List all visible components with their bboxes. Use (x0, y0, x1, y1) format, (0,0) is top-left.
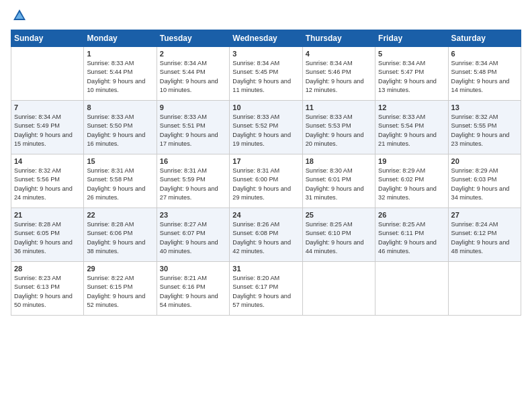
calendar-day-cell: 3 Sunrise: 8:34 AMSunset: 5:45 PMDayligh… (230, 47, 302, 101)
calendar-day-cell: 27 Sunrise: 8:24 AMSunset: 6:12 PMDaylig… (448, 208, 521, 262)
day-info: Sunrise: 8:34 AMSunset: 5:49 PMDaylight:… (14, 113, 81, 148)
calendar-day-cell: 25 Sunrise: 8:25 AMSunset: 6:10 PMDaylig… (302, 208, 375, 262)
day-number: 30 (160, 265, 226, 273)
day-info: Sunrise: 8:25 AMSunset: 6:10 PMDaylight:… (306, 220, 372, 256)
calendar-day-cell (448, 262, 521, 316)
day-info: Sunrise: 8:33 AMSunset: 5:50 PMDaylight:… (87, 113, 153, 148)
day-info: Sunrise: 8:20 AMSunset: 6:17 PMDaylight:… (232, 274, 299, 310)
calendar-table: SundayMondayTuesdayWednesdayThursdayFrid… (11, 30, 521, 316)
weekday-header: Wednesday (230, 30, 302, 47)
day-info: Sunrise: 8:21 AMSunset: 6:16 PMDaylight:… (160, 274, 226, 310)
calendar-day-cell: 22 Sunrise: 8:28 AMSunset: 6:06 PMDaylig… (84, 208, 157, 262)
day-number: 13 (451, 103, 518, 111)
calendar-day-cell: 24 Sunrise: 8:26 AMSunset: 6:08 PMDaylig… (230, 208, 302, 262)
calendar-day-cell (302, 262, 375, 316)
day-number: 27 (451, 211, 518, 219)
day-info: Sunrise: 8:24 AMSunset: 6:12 PMDaylight:… (451, 220, 518, 256)
calendar-day-cell: 14 Sunrise: 8:32 AMSunset: 5:56 PMDaylig… (11, 154, 84, 208)
calendar-day-cell: 30 Sunrise: 8:21 AMSunset: 6:16 PMDaylig… (157, 262, 229, 316)
calendar-day-cell: 8 Sunrise: 8:33 AMSunset: 5:50 PMDayligh… (84, 101, 157, 154)
day-number: 24 (232, 211, 299, 219)
weekday-header: Saturday (448, 30, 521, 47)
day-number: 23 (160, 211, 226, 219)
day-info: Sunrise: 8:27 AMSunset: 6:07 PMDaylight:… (160, 220, 226, 256)
day-info: Sunrise: 8:29 AMSunset: 6:03 PMDaylight:… (451, 167, 518, 202)
calendar-day-cell (375, 262, 448, 316)
day-info: Sunrise: 8:22 AMSunset: 6:15 PMDaylight:… (87, 274, 153, 310)
day-number: 31 (232, 265, 299, 273)
day-number: 8 (87, 103, 153, 111)
day-number: 5 (378, 50, 445, 58)
calendar-day-cell: 15 Sunrise: 8:31 AMSunset: 5:58 PMDaylig… (84, 154, 157, 208)
calendar-day-cell: 26 Sunrise: 8:25 AMSunset: 6:11 PMDaylig… (375, 208, 448, 262)
day-info: Sunrise: 8:30 AMSunset: 6:01 PMDaylight:… (306, 167, 372, 202)
day-info: Sunrise: 8:26 AMSunset: 6:08 PMDaylight:… (232, 220, 299, 256)
day-number: 12 (378, 103, 445, 111)
calendar-day-cell: 12 Sunrise: 8:33 AMSunset: 5:54 PMDaylig… (375, 101, 448, 154)
logo-icon (12, 8, 27, 23)
day-number: 6 (451, 50, 518, 58)
page-container: SundayMondayTuesdayWednesdayThursdayFrid… (0, 0, 532, 321)
day-number: 11 (306, 103, 372, 111)
calendar-day-cell: 31 Sunrise: 8:20 AMSunset: 6:17 PMDaylig… (230, 262, 302, 316)
calendar-day-cell: 16 Sunrise: 8:31 AMSunset: 5:59 PMDaylig… (157, 154, 229, 208)
day-info: Sunrise: 8:32 AMSunset: 5:55 PMDaylight:… (451, 113, 518, 148)
day-number: 21 (14, 211, 81, 219)
weekday-header: Monday (84, 30, 157, 47)
day-info: Sunrise: 8:33 AMSunset: 5:54 PMDaylight:… (378, 113, 445, 148)
day-info: Sunrise: 8:34 AMSunset: 5:44 PMDaylight:… (160, 59, 226, 95)
day-number: 28 (14, 265, 81, 273)
calendar-day-cell: 20 Sunrise: 8:29 AMSunset: 6:03 PMDaylig… (448, 154, 521, 208)
header (11, 11, 521, 23)
day-info: Sunrise: 8:23 AMSunset: 6:13 PMDaylight:… (14, 274, 81, 310)
calendar-day-cell: 19 Sunrise: 8:29 AMSunset: 6:02 PMDaylig… (375, 154, 448, 208)
calendar-week-row: 28 Sunrise: 8:23 AMSunset: 6:13 PMDaylig… (11, 262, 521, 316)
day-info: Sunrise: 8:34 AMSunset: 5:48 PMDaylight:… (451, 59, 518, 95)
day-info: Sunrise: 8:34 AMSunset: 5:46 PMDaylight:… (306, 59, 372, 95)
day-number: 17 (232, 157, 299, 165)
day-info: Sunrise: 8:33 AMSunset: 5:44 PMDaylight:… (87, 59, 153, 95)
day-number: 19 (378, 157, 445, 165)
header-row: SundayMondayTuesdayWednesdayThursdayFrid… (11, 30, 521, 47)
calendar-day-cell: 11 Sunrise: 8:33 AMSunset: 5:53 PMDaylig… (302, 101, 375, 154)
calendar-day-cell: 9 Sunrise: 8:33 AMSunset: 5:51 PMDayligh… (157, 101, 229, 154)
calendar-day-cell: 28 Sunrise: 8:23 AMSunset: 6:13 PMDaylig… (11, 262, 84, 316)
weekday-header: Friday (375, 30, 448, 47)
day-info: Sunrise: 8:31 AMSunset: 5:58 PMDaylight:… (87, 167, 153, 202)
day-info: Sunrise: 8:28 AMSunset: 6:06 PMDaylight:… (87, 220, 153, 256)
day-number: 20 (451, 157, 518, 165)
day-number: 16 (160, 157, 226, 165)
day-info: Sunrise: 8:33 AMSunset: 5:53 PMDaylight:… (306, 113, 372, 148)
calendar-day-cell: 13 Sunrise: 8:32 AMSunset: 5:55 PMDaylig… (448, 101, 521, 154)
calendar-day-cell: 6 Sunrise: 8:34 AMSunset: 5:48 PMDayligh… (448, 47, 521, 101)
calendar-day-cell: 7 Sunrise: 8:34 AMSunset: 5:49 PMDayligh… (11, 101, 84, 154)
calendar-day-cell: 29 Sunrise: 8:22 AMSunset: 6:15 PMDaylig… (84, 262, 157, 316)
day-info: Sunrise: 8:33 AMSunset: 5:52 PMDaylight:… (232, 113, 299, 148)
day-number: 25 (306, 211, 372, 219)
calendar-day-cell: 5 Sunrise: 8:34 AMSunset: 5:47 PMDayligh… (375, 47, 448, 101)
calendar-day-cell: 10 Sunrise: 8:33 AMSunset: 5:52 PMDaylig… (230, 101, 302, 154)
calendar-day-cell: 4 Sunrise: 8:34 AMSunset: 5:46 PMDayligh… (302, 47, 375, 101)
calendar-day-cell: 1 Sunrise: 8:33 AMSunset: 5:44 PMDayligh… (84, 47, 157, 101)
calendar-day-cell (11, 47, 84, 101)
day-number: 18 (306, 157, 372, 165)
day-number: 22 (87, 211, 153, 219)
day-info: Sunrise: 8:28 AMSunset: 6:05 PMDaylight:… (14, 220, 81, 256)
day-number: 7 (14, 103, 81, 111)
day-number: 2 (160, 50, 226, 58)
logo (11, 11, 27, 23)
day-number: 14 (14, 157, 81, 165)
calendar-week-row: 1 Sunrise: 8:33 AMSunset: 5:44 PMDayligh… (11, 47, 521, 101)
day-info: Sunrise: 8:33 AMSunset: 5:51 PMDaylight:… (160, 113, 226, 148)
calendar-day-cell: 21 Sunrise: 8:28 AMSunset: 6:05 PMDaylig… (11, 208, 84, 262)
weekday-header: Sunday (11, 30, 84, 47)
day-info: Sunrise: 8:31 AMSunset: 5:59 PMDaylight:… (160, 167, 226, 202)
calendar-day-cell: 17 Sunrise: 8:31 AMSunset: 6:00 PMDaylig… (230, 154, 302, 208)
calendar-day-cell: 23 Sunrise: 8:27 AMSunset: 6:07 PMDaylig… (157, 208, 229, 262)
day-info: Sunrise: 8:34 AMSunset: 5:45 PMDaylight:… (232, 59, 299, 95)
weekday-header: Tuesday (157, 30, 229, 47)
day-number: 4 (306, 50, 372, 58)
day-info: Sunrise: 8:25 AMSunset: 6:11 PMDaylight:… (378, 220, 445, 256)
calendar-week-row: 14 Sunrise: 8:32 AMSunset: 5:56 PMDaylig… (11, 154, 521, 208)
day-info: Sunrise: 8:32 AMSunset: 5:56 PMDaylight:… (14, 167, 81, 202)
